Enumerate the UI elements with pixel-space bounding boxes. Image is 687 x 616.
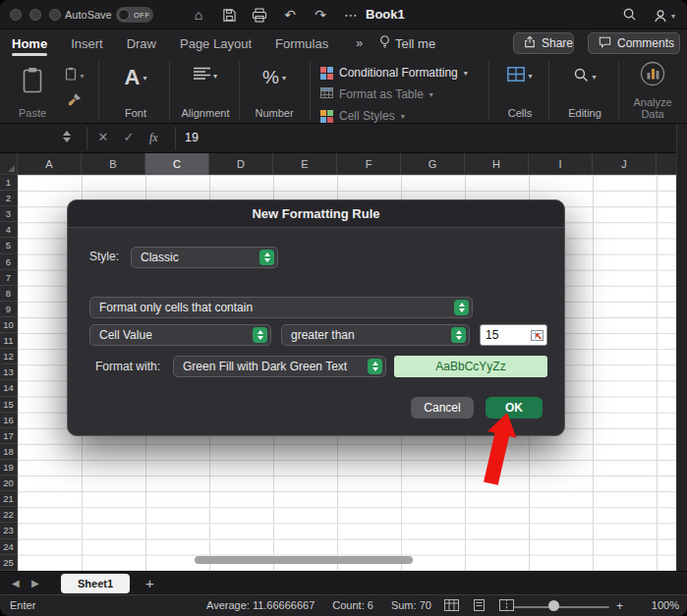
page-layout-view-icon[interactable] — [472, 599, 487, 613]
insert-function-icon[interactable]: fx — [149, 131, 158, 145]
comments-button[interactable]: Comments — [588, 32, 680, 54]
tab-formulas[interactable]: Formulas — [275, 29, 328, 57]
row-header-4[interactable]: 4 — [0, 222, 17, 238]
normal-view-icon[interactable] — [444, 599, 459, 613]
conditional-formatting-button[interactable]: Conditional Formatting ▾ — [320, 63, 468, 83]
row-header-9[interactable]: 9 — [0, 302, 17, 317]
vertical-scrollbar[interactable] — [676, 153, 687, 571]
search-icon[interactable] — [622, 7, 637, 26]
zoom-slider-track[interactable] — [514, 606, 609, 608]
alignment-group[interactable]: ▾ Alignment — [175, 57, 236, 124]
cells-group[interactable]: ▾ Cells — [494, 57, 545, 124]
page-break-view-icon[interactable] — [499, 599, 514, 613]
format-select[interactable]: Green Fill with Dark Green Text — [173, 356, 386, 377]
analyze-data-label-2: Data — [623, 108, 682, 120]
row-header-24[interactable]: 24 — [0, 539, 17, 555]
column-header-B[interactable]: B — [82, 153, 145, 175]
row-header-20[interactable]: 20 — [0, 476, 17, 491]
tab-overflow-icon[interactable]: » — [356, 35, 363, 50]
column-header-F[interactable]: F — [337, 153, 401, 175]
paste-button[interactable]: Paste — [12, 57, 53, 124]
row-header-23[interactable]: 23 — [0, 523, 17, 538]
row-header-15[interactable]: 15 — [0, 397, 17, 413]
add-sheet-button[interactable]: + — [145, 575, 154, 591]
column-header-A[interactable]: A — [18, 153, 82, 175]
column-header-J[interactable]: J — [593, 153, 657, 175]
row-header-2[interactable]: 2 — [0, 191, 17, 206]
cancel-button[interactable]: Cancel — [411, 397, 474, 419]
row-header-22[interactable]: 22 — [0, 507, 17, 523]
row-header-19[interactable]: 19 — [0, 460, 17, 476]
column-header-C[interactable]: C — [145, 153, 209, 175]
comment-bubble-icon — [599, 36, 611, 51]
row-header-17[interactable]: 17 — [0, 428, 17, 444]
close-button[interactable] — [10, 9, 22, 21]
threshold-field[interactable] — [480, 324, 547, 346]
row-header-5[interactable]: 5 — [0, 238, 17, 253]
confirm-entry-icon[interactable]: ✓ — [120, 130, 138, 144]
operand-select[interactable]: Cell Value — [89, 324, 271, 346]
autosave-toggle[interactable]: OFF — [116, 7, 153, 23]
column-header-D[interactable]: D — [209, 153, 273, 175]
cell-styles-button[interactable]: Cell Styles ▾ — [320, 106, 405, 126]
format-painter-button[interactable] — [57, 92, 92, 110]
print-icon[interactable] — [252, 6, 267, 24]
row-header-18[interactable]: 18 — [0, 444, 17, 460]
operator-select[interactable]: greater than — [281, 324, 470, 346]
tell-me-control[interactable]: Tell me — [379, 34, 435, 52]
range-selector-icon[interactable] — [531, 330, 544, 341]
name-box-stepper-icon[interactable] — [63, 131, 71, 142]
home-icon[interactable]: ⌂ — [191, 6, 206, 24]
style-select[interactable]: Classic — [131, 247, 278, 268]
copy-button[interactable]: ▾ — [57, 67, 92, 84]
editing-group[interactable]: ▾ Editing — [554, 57, 615, 124]
zoom-level[interactable]: 100% — [652, 599, 679, 611]
column-header-E[interactable]: E — [273, 153, 337, 175]
row-header-25[interactable]: 25 — [0, 555, 17, 571]
maximize-button[interactable] — [49, 9, 61, 21]
row-header-16[interactable]: 16 — [0, 413, 17, 428]
row-header-12[interactable]: 12 — [0, 349, 17, 364]
next-sheet-icon[interactable]: ▶ — [31, 578, 39, 588]
tab-home[interactable]: Home — [12, 29, 47, 57]
undo-icon[interactable]: ↶ — [282, 6, 298, 24]
style-label: Style: — [89, 250, 119, 263]
column-header-G[interactable]: G — [401, 153, 465, 175]
more-commands-icon[interactable]: ⋯ — [343, 6, 359, 24]
previous-sheet-icon[interactable]: ◀ — [12, 578, 20, 588]
row-header-8[interactable]: 8 — [0, 286, 17, 302]
row-header-13[interactable]: 13 — [0, 364, 17, 380]
share-button[interactable]: Share — [513, 32, 574, 54]
column-header-I[interactable]: I — [529, 153, 593, 175]
formula-input[interactable]: 19 — [185, 131, 199, 144]
analyze-data-button[interactable]: Analyze Data — [623, 57, 682, 124]
select-all-corner[interactable] — [0, 153, 18, 175]
tab-page-layout[interactable]: Page Layout — [180, 29, 252, 57]
sheet-tab-sheet1[interactable]: Sheet1 — [61, 574, 130, 593]
row-header-10[interactable]: 10 — [0, 317, 17, 333]
row-header-11[interactable]: 11 — [0, 333, 17, 349]
column-header-H[interactable]: H — [465, 153, 529, 175]
threshold-input[interactable] — [481, 326, 526, 344]
row-header-14[interactable]: 14 — [0, 380, 17, 396]
formula-bar-expander[interactable] — [676, 124, 687, 153]
tab-draw[interactable]: Draw — [127, 29, 156, 57]
save-icon[interactable] — [221, 6, 237, 24]
row-header-3[interactable]: 3 — [0, 206, 17, 222]
row-header-7[interactable]: 7 — [0, 270, 17, 286]
number-group[interactable]: % ▾ Number — [244, 57, 305, 124]
redo-icon[interactable]: ↷ — [313, 6, 328, 24]
row-header-21[interactable]: 21 — [0, 491, 17, 507]
rule-type-select[interactable]: Format only cells that contain — [89, 297, 473, 318]
minimize-button[interactable] — [29, 9, 41, 21]
row-header-6[interactable]: 6 — [0, 254, 17, 270]
horizontal-scrollbar[interactable] — [195, 556, 413, 564]
format-as-table-button[interactable]: Format as Table ▾ — [320, 84, 433, 104]
zoom-in-icon[interactable]: + — [616, 599, 623, 613]
account-icon[interactable]: ▾ — [653, 9, 675, 24]
tab-insert[interactable]: Insert — [71, 29, 103, 57]
cancel-entry-icon[interactable]: ✕ — [94, 130, 112, 144]
zoom-slider-knob[interactable] — [548, 600, 559, 611]
font-group[interactable]: A ▾ Font — [104, 57, 167, 124]
row-header-1[interactable]: 1 — [0, 175, 17, 191]
